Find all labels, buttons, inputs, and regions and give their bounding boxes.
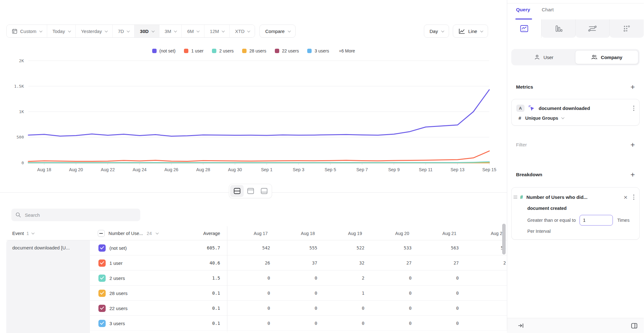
add-filter-button[interactable]: +: [630, 141, 635, 149]
series-checkbox[interactable]: [98, 275, 106, 282]
date-range-button[interactable]: 12M: [204, 25, 230, 37]
svg-text:Aug 22: Aug 22: [101, 167, 115, 172]
series-cell[interactable]: (not set): [90, 244, 176, 252]
svg-text:Aug 26: Aug 26: [164, 167, 179, 172]
compare-button[interactable]: Compare: [259, 25, 296, 38]
breakdown-condition-row: Greater than or equal to Times: [527, 215, 635, 226]
series-checkbox[interactable]: [98, 290, 106, 297]
series-cell[interactable]: 22 users: [90, 305, 176, 312]
event-column-header[interactable]: Event 1: [6, 231, 90, 236]
legend-label: 2 users: [219, 48, 234, 53]
layout-table-only-button[interactable]: [257, 185, 271, 197]
date-range-toolbar: Custom Today: [6, 25, 296, 38]
breakdown-menu-kebab-icon[interactable]: [633, 194, 635, 200]
date-range-button[interactable]: 3M: [159, 25, 182, 37]
add-metric-button[interactable]: +: [630, 83, 635, 91]
legend-label: 28 users: [249, 48, 266, 53]
legend-item[interactable]: 28 users: [242, 48, 266, 53]
date-column-header: Aug 17: [237, 231, 284, 236]
svg-text:Sep 15: Sep 15: [482, 167, 497, 172]
chart-legend: (not set) 1 user 2 users 28 users: [0, 48, 507, 53]
search-input[interactable]: [25, 212, 129, 218]
legend-item[interactable]: 1 user: [184, 48, 203, 53]
grid-chart-tab[interactable]: [610, 19, 644, 38]
breakdown-card[interactable]: # Number of Users who did... × document …: [511, 187, 640, 240]
times-value-input[interactable]: [580, 215, 613, 226]
value-cell: 0: [284, 276, 331, 281]
series-label: (not set): [109, 245, 127, 251]
segment-user-label: User: [543, 55, 553, 60]
svg-text:500: 500: [17, 135, 24, 139]
series-checkbox[interactable]: [98, 259, 106, 267]
value-cell: 0: [426, 321, 473, 326]
series-column-header[interactable]: Number of Use... 24: [90, 230, 176, 237]
date-range-label: 12M: [210, 29, 219, 34]
metric-card[interactable]: A document downloaded # Unique Groups: [511, 99, 640, 126]
flow-chart-tab[interactable]: [576, 19, 610, 38]
legend-swatch: [212, 49, 216, 53]
chevron-down-icon: [247, 29, 250, 32]
date-range-button[interactable]: 6M: [182, 25, 204, 37]
breakdown-event-name: document created: [527, 206, 635, 211]
value-cell: 522: [331, 245, 379, 250]
date-range-button[interactable]: Yesterday: [76, 25, 113, 37]
value-cell: 0: [379, 276, 426, 281]
bar-chart-tab[interactable]: [541, 19, 576, 38]
legend-more-link[interactable]: +6 More: [339, 48, 355, 53]
bar-chart-icon: [554, 25, 563, 32]
date-column-header: Aug 20: [379, 231, 426, 236]
layout-chart-only-button[interactable]: [244, 185, 257, 197]
aggregation-dropdown[interactable]: Unique Groups: [525, 116, 564, 121]
date-range-button[interactable]: 7D: [113, 25, 135, 37]
chevron-down-icon: [561, 116, 564, 119]
add-breakdown-button[interactable]: +: [630, 171, 635, 178]
tab-query[interactable]: Query: [516, 7, 530, 19]
value-cell: 533: [379, 245, 426, 250]
series-cell[interactable]: 3 users: [90, 320, 176, 327]
value-cell: 0: [331, 321, 379, 326]
legend-item[interactable]: (not set): [152, 48, 175, 53]
vertical-scrollbar[interactable]: [502, 224, 506, 254]
date-range-button[interactable]: 30D: [135, 25, 159, 37]
value-cell: 27: [426, 260, 473, 265]
average-value: 0.1: [176, 321, 223, 326]
value-cell: 0: [426, 276, 473, 281]
legend-item[interactable]: 2 users: [212, 48, 234, 53]
series-checkbox[interactable]: [98, 244, 106, 252]
layout-split-view-button[interactable]: [230, 185, 244, 197]
series-cell[interactable]: 28 users: [90, 290, 176, 297]
chart-type-dropdown[interactable]: Line: [453, 25, 488, 38]
chevron-down-icon: [152, 29, 155, 32]
date-range-button[interactable]: XTD: [230, 25, 255, 37]
breakdown-title: Number of Users who did...: [526, 194, 624, 200]
line-chart-tab[interactable]: [507, 19, 541, 38]
tab-chart[interactable]: Chart: [542, 7, 554, 19]
select-all-checkbox[interactable]: [98, 230, 105, 237]
granularity-dropdown[interactable]: Day: [424, 25, 449, 38]
table-row: (not set) 605.7 54255552253356353: [0, 240, 507, 255]
legend-item[interactable]: 3 users: [307, 48, 329, 53]
split-panel-icon[interactable]: [631, 323, 637, 329]
series-cell[interactable]: 2 users: [90, 275, 176, 282]
close-icon[interactable]: ×: [624, 194, 627, 200]
series-checkbox[interactable]: [98, 320, 106, 327]
value-cell: 555: [284, 245, 331, 250]
collapse-panel-icon[interactable]: [518, 323, 524, 328]
date-range-button[interactable]: Today: [47, 25, 76, 37]
times-unit-label: Times: [617, 218, 630, 223]
metrics-heading: Metrics: [516, 84, 533, 90]
legend-item[interactable]: 22 users: [275, 48, 299, 53]
series-label: 1 user: [109, 260, 123, 266]
segment-company[interactable]: Company: [575, 50, 638, 64]
drag-handle-icon[interactable]: [514, 196, 517, 199]
value-cell: 0: [284, 291, 331, 296]
series-cell[interactable]: 1 user: [90, 259, 176, 267]
value-cell: 0: [237, 306, 284, 311]
metric-aggregation-row: # Unique Groups: [519, 115, 635, 121]
segment-user[interactable]: User: [513, 50, 575, 64]
date-range-button[interactable]: Custom: [7, 25, 47, 37]
layout-toggle-group: [229, 184, 272, 198]
series-checkbox[interactable]: [98, 305, 106, 312]
chevron-down-icon: [127, 29, 130, 32]
metric-menu-kebab-icon[interactable]: [633, 105, 635, 112]
